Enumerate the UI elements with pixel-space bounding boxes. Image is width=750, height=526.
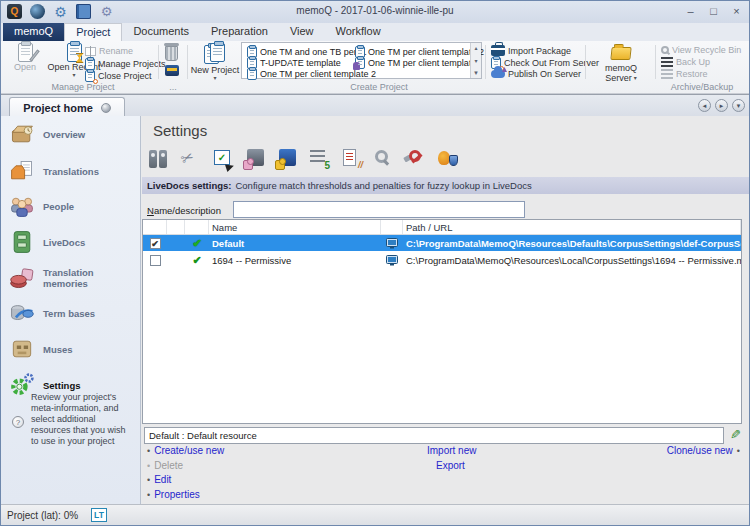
resource-description-input[interactable] — [144, 427, 724, 444]
dropdown-arrow-icon: ▾ — [634, 76, 637, 81]
window-title: memoQ - 2017-01-06-winnie-ille-pu — [1, 5, 749, 16]
recycle-bin-icon — [661, 46, 669, 54]
create-use-new-link[interactable]: • Create/use new — [147, 445, 224, 456]
template-list-scrollbar[interactable]: ▴ ▾ ▼ — [470, 43, 481, 78]
nav-menu-button[interactable]: ▼ — [732, 99, 745, 112]
row-checkbox[interactable]: ✔ — [150, 238, 161, 249]
sidebar-item-term-bases[interactable]: Term bases — [9, 300, 137, 326]
edit-link[interactable]: • Edit — [147, 474, 171, 485]
maximize-button[interactable]: □ — [705, 4, 722, 19]
title-bar: Q ⚙ ⚙ memoQ - 2017-01-06-winnie-ille-pu … — [1, 1, 749, 23]
import-new-link[interactable]: Import new — [427, 445, 476, 456]
trash-icon — [165, 46, 178, 61]
pin-icon[interactable] — [101, 103, 111, 113]
dropdown-arrow-icon: ▾ — [213, 76, 216, 81]
group-label-archive-backup: Archive/Backup — [671, 82, 734, 92]
memoq-window: Q ⚙ ⚙ memoQ - 2017-01-06-winnie-ille-pu … — [0, 0, 750, 526]
archive-icon — [165, 65, 179, 76]
auto-translation-rules-icon[interactable]: 5 — [306, 147, 332, 171]
general-settings-icon[interactable] — [146, 147, 172, 171]
back-up-button[interactable]: Back Up — [661, 57, 710, 67]
tab-project-home[interactable]: Project home — [9, 97, 125, 117]
delete-link[interactable]: • Delete — [147, 460, 183, 471]
help-icon: ? — [12, 416, 24, 428]
rename-button[interactable]: Rename — [85, 46, 133, 56]
scroll-down-icon[interactable]: ▾ — [474, 57, 477, 65]
livedocs-settings-icon[interactable] — [274, 147, 300, 171]
bullet-icon: • — [147, 446, 150, 456]
filter-label: Name/description — [147, 205, 221, 216]
nav-forward-button[interactable]: ► — [715, 99, 728, 112]
delete-project-button[interactable] — [165, 43, 178, 61]
table-row-default[interactable]: ✔ ✔ Default C:\ProgramData\MemoQ\Resourc… — [143, 235, 741, 252]
publish-on-server-button[interactable]: Publish On Server — [491, 69, 581, 79]
check-out-from-server-button[interactable]: Check Out From Server — [491, 57, 599, 69]
category-info-bar: LiveDocs settings: Configure match thres… — [142, 177, 749, 194]
name-description-filter-input[interactable] — [233, 201, 525, 218]
group-label-create-project: Create Project — [350, 82, 408, 92]
bullet-icon: • — [737, 446, 740, 456]
view-recycle-bin-button[interactable]: View Recycle Bin — [661, 45, 741, 55]
new-project-button[interactable]: New Project ▾ — [191, 43, 239, 81]
pane-tab-strip: Project home ◄ ► ▼ — [1, 94, 749, 116]
ribbon: Open Open Recent ▾ Rename Manage Project… — [1, 41, 749, 94]
clone-use-new-link[interactable]: Clone/use new • — [667, 445, 740, 456]
restore-button[interactable]: Restore — [661, 69, 708, 79]
template-icon — [247, 68, 257, 80]
tab-view[interactable]: View — [279, 23, 325, 41]
tab-project[interactable]: Project — [64, 23, 122, 41]
restore-icon — [661, 69, 673, 79]
sidebar-item-overview[interactable]: Overview — [9, 121, 137, 147]
rename-icon — [85, 47, 96, 56]
archive-project-button[interactable] — [165, 65, 179, 76]
memoq-server-button[interactable]: memoQ Server ▾ — [593, 43, 649, 83]
close-project-button[interactable]: Close Project — [85, 70, 152, 82]
bullet-icon: • — [147, 490, 150, 500]
ignore-lists-icon[interactable] — [370, 147, 396, 171]
group-label-misc: ... — [169, 82, 177, 92]
sidebar-item-translation-memories[interactable]: Translation memories — [9, 265, 137, 291]
row-checkbox[interactable] — [150, 255, 161, 266]
table-row-permissive[interactable]: ✔ 1694 -- Permissive C:\ProgramData\Memo… — [143, 252, 741, 269]
minimize-button[interactable]: – — [682, 4, 699, 19]
sidebar-item-livedocs[interactable]: LiveDocs — [9, 229, 137, 255]
scroll-up-icon[interactable]: ▴ — [474, 44, 477, 52]
close-button[interactable]: × — [728, 4, 745, 19]
project-template-list: One TM and one TB per ... T-UPDATE templ… — [241, 42, 482, 79]
qa-settings-icon[interactable]: ✓ — [210, 147, 236, 171]
open-recent-icon — [67, 43, 82, 62]
sidebar-item-muses[interactable]: Muses — [9, 336, 137, 362]
export-link[interactable]: Export — [436, 460, 465, 471]
import-package-button[interactable]: Import Package — [491, 45, 571, 56]
template-item[interactable]: One TM per client template — [355, 57, 476, 69]
sidebar-item-translations[interactable]: Translations — [9, 158, 137, 184]
export-path-rules-icon[interactable]: // — [338, 147, 364, 171]
local-computer-icon — [386, 255, 398, 266]
stop-word-lists-icon[interactable] — [402, 147, 428, 171]
column-header-path[interactable]: Path / URL — [403, 220, 741, 234]
window-controls: – □ × — [682, 4, 745, 19]
valid-check-icon: ✔ — [192, 237, 201, 250]
gallery-more-icon[interactable]: ▼ — [473, 69, 479, 77]
segmentation-rules-icon[interactable]: ✂ — [178, 147, 204, 171]
column-header-name[interactable]: Name — [209, 220, 381, 234]
lqa-settings-icon[interactable] — [434, 147, 460, 171]
tab-preparation[interactable]: Preparation — [200, 23, 279, 41]
sidebar-item-people[interactable]: People — [9, 193, 137, 219]
new-project-icon — [204, 43, 226, 65]
open-button[interactable]: Open — [4, 43, 46, 72]
bullet-icon: • — [147, 475, 150, 485]
nav-back-button[interactable]: ◄ — [698, 99, 711, 112]
properties-link[interactable]: • Properties — [147, 489, 200, 500]
category-description: Configure match thresholds and penalties… — [235, 180, 531, 191]
muses-icon — [9, 336, 35, 362]
tm-settings-icon[interactable] — [242, 147, 268, 171]
valid-check-icon: ✔ — [192, 254, 201, 267]
tab-workflow[interactable]: Workflow — [325, 23, 392, 41]
tab-memoq[interactable]: memoQ — [3, 23, 64, 41]
language-terminal-badge[interactable]: LT — [91, 508, 107, 522]
manage-projects-button[interactable]: Manage Projects — [85, 58, 166, 70]
edit-description-pencil-icon[interactable]: ✎ — [730, 427, 741, 442]
close-project-icon — [85, 70, 95, 82]
tab-documents[interactable]: Documents — [122, 23, 200, 41]
